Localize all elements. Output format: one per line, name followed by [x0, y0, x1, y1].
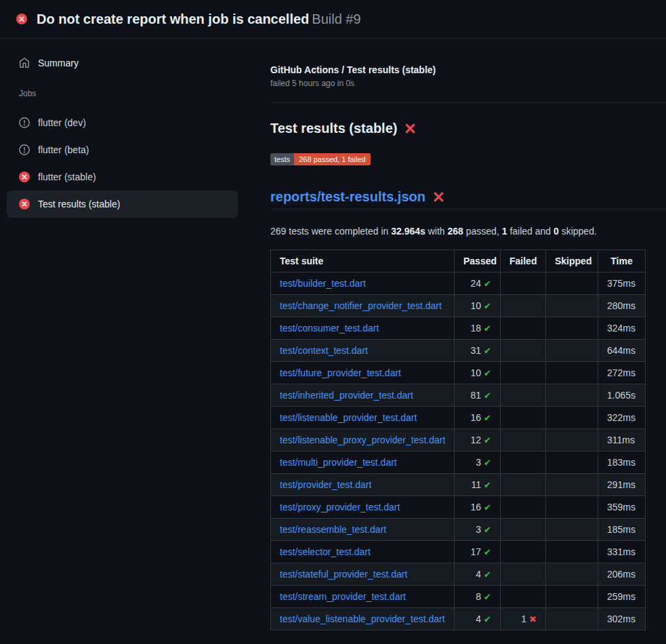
suite-link[interactable]: test/multi_provider_test.dart	[280, 457, 397, 468]
summary-failed-count: 1	[502, 226, 507, 237]
failed-cell	[501, 429, 546, 451]
table-row: test/stateful_provider_test.dart 4✔ 206m…	[271, 563, 646, 586]
summary-duration: 32.964s	[391, 226, 425, 237]
failed-status-icon	[16, 14, 27, 24]
build-number: Build #9	[312, 12, 360, 26]
suite-cell: test/stream_provider_test.dart	[271, 586, 455, 608]
suite-link[interactable]: test/value_listenable_provider_test.dart	[280, 613, 445, 624]
sidebar: Summary Jobs flutter (dev) flutter (beta…	[0, 39, 270, 218]
table-row: test/listenable_proxy_provider_test.dart…	[271, 429, 646, 451]
failed-cell	[501, 295, 546, 317]
suite-link[interactable]: test/reassemble_test.dart	[280, 524, 386, 535]
table-row: test/provider_test.dart 11✔ 291ms	[271, 474, 646, 496]
suite-link[interactable]: test/listenable_provider_test.dart	[280, 412, 417, 423]
suite-cell: test/builder_test.dart	[271, 273, 455, 295]
skipped-cell	[546, 519, 598, 541]
passed-cell: 4✔	[455, 563, 501, 586]
failed-cell	[501, 384, 546, 407]
sidebar-item-flutter-stable[interactable]: flutter (stable)	[7, 163, 238, 190]
breadcrumb: GitHub Actions / Test results (stable)	[270, 64, 666, 75]
passed-cell: 16✔	[455, 407, 501, 429]
summary-skipped-count: 0	[554, 226, 559, 237]
jobs-section-label: Jobs	[7, 89, 238, 98]
failed-cell	[501, 340, 546, 362]
status-line: failed 5 hours ago in 0s	[270, 79, 666, 88]
passed-cell: 3✔	[455, 519, 501, 541]
sidebar-item-flutter-dev[interactable]: flutter (dev)	[7, 109, 238, 136]
passed-cell: 17✔	[455, 541, 501, 563]
badge-value: 268 passed, 1 failed	[294, 153, 370, 165]
table-header-row: Test suite Passed Failed Skipped Time	[271, 250, 646, 273]
table-row: test/builder_test.dart 24✔ 375ms	[271, 273, 646, 295]
check-icon: ✔	[484, 458, 491, 468]
skipped-cell	[546, 586, 598, 608]
time-cell: 311ms	[598, 429, 646, 451]
passed-cell: 11✔	[455, 474, 501, 496]
time-cell: 331ms	[598, 541, 646, 563]
passed-cell: 3✔	[455, 451, 501, 474]
table-row: test/inherited_provider_test.dart 81✔ 1.…	[271, 384, 646, 407]
failed-cell	[501, 362, 546, 384]
skipped-cell	[546, 273, 598, 295]
suite-link[interactable]: test/listenable_proxy_provider_test.dart	[280, 435, 445, 445]
summary-text: passed,	[463, 226, 502, 237]
main-layout: Summary Jobs flutter (dev) flutter (beta…	[0, 39, 666, 630]
suite-cell: test/multi_provider_test.dart	[271, 451, 455, 474]
suite-link[interactable]: test/proxy_provider_test.dart	[280, 502, 400, 512]
time-cell: 272ms	[598, 362, 646, 384]
check-icon: ✔	[484, 390, 491, 401]
suite-link[interactable]: test/future_provider_test.dart	[280, 367, 401, 378]
skipped-cell	[546, 407, 598, 429]
app-header: Do not create report when job is cancell…	[0, 0, 666, 39]
job-label: flutter (dev)	[38, 117, 86, 128]
suite-link[interactable]: test/stream_provider_test.dart	[280, 591, 406, 602]
suite-cell: test/listenable_provider_test.dart	[271, 407, 455, 429]
time-cell: 359ms	[598, 496, 646, 519]
table-row: test/future_provider_test.dart 10✔ 272ms	[271, 362, 646, 384]
failed-cell	[501, 317, 546, 340]
sidebar-item-flutter-beta[interactable]: flutter (beta)	[7, 136, 238, 163]
check-icon: ✔	[484, 592, 491, 602]
failed-cell	[501, 541, 546, 563]
time-cell: 259ms	[598, 586, 646, 608]
job-label: flutter (stable)	[38, 172, 96, 182]
divider	[270, 102, 666, 103]
suite-link[interactable]: test/builder_test.dart	[280, 278, 366, 289]
skipped-cell	[546, 496, 598, 519]
failed-cell: 1✖	[501, 608, 546, 630]
results-table: Test suite Passed Failed Skipped Time te…	[270, 249, 646, 630]
job-label: Test results (stable)	[38, 199, 120, 209]
main-content: GitHub Actions / Test results (stable) f…	[270, 39, 666, 630]
suite-link[interactable]: test/provider_test.dart	[280, 479, 371, 490]
skipped-cell	[546, 295, 598, 317]
passed-cell: 8✔	[455, 586, 501, 608]
passed-cell: 10✔	[455, 362, 501, 384]
time-cell: 280ms	[598, 295, 646, 317]
suite-link[interactable]: test/consumer_test.dart	[280, 323, 379, 334]
skipped-cell	[546, 451, 598, 474]
table-row: test/selector_test.dart 17✔ 331ms	[271, 541, 646, 563]
summary-text: skipped.	[559, 226, 597, 237]
check-icon: ✔	[484, 323, 491, 334]
report-link[interactable]: reports/test-results.json	[270, 189, 425, 205]
suite-link[interactable]: test/change_notifier_provider_test.dart	[280, 300, 442, 311]
home-icon	[19, 58, 30, 68]
suite-link[interactable]: test/context_test.dart	[280, 345, 368, 356]
section-title: Test results (stable)	[270, 121, 666, 136]
sidebar-item-summary[interactable]: Summary	[7, 49, 238, 77]
sidebar-item-test-results-stable[interactable]: Test results (stable)	[7, 190, 238, 218]
summary-passed-count: 268	[448, 226, 463, 237]
cross-icon: ✖	[529, 614, 537, 624]
passed-cell: 4✔	[455, 608, 501, 630]
skipped-cell	[546, 563, 598, 586]
suite-link[interactable]: test/inherited_provider_test.dart	[280, 390, 413, 401]
suite-link[interactable]: test/selector_test.dart	[280, 546, 371, 557]
passed-cell: 31✔	[455, 340, 501, 362]
page-title: Do not create report when job is cancell…	[37, 12, 361, 27]
table-row: test/change_notifier_provider_test.dart …	[271, 295, 646, 317]
failed-status-icon	[19, 172, 30, 182]
time-cell: 291ms	[598, 474, 646, 496]
passed-cell: 16✔	[455, 496, 501, 519]
suite-cell: test/context_test.dart	[271, 340, 455, 362]
suite-link[interactable]: test/stateful_provider_test.dart	[280, 569, 407, 580]
